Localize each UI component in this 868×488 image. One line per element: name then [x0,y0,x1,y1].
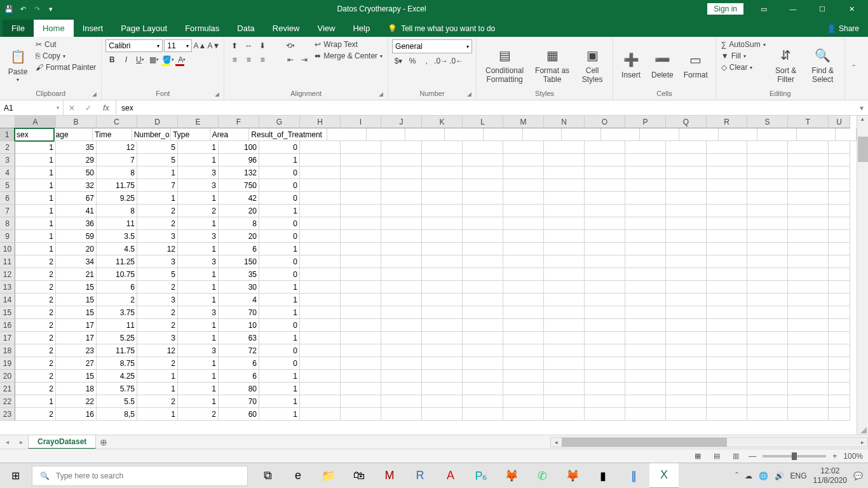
cell[interactable] [601,128,641,141]
cell[interactable] [666,205,707,217]
cell[interactable]: 8 [97,205,137,217]
normal-view-icon[interactable]: ▦ [691,451,704,461]
cell[interactable] [829,370,850,383]
cell[interactable]: 12 [137,243,178,255]
cell[interactable] [747,154,788,166]
cell[interactable]: 2 [137,306,178,319]
cell[interactable] [544,395,585,408]
onedrive-icon[interactable]: ☁ [745,471,752,480]
cell[interactable] [829,243,850,255]
cell[interactable] [788,192,829,205]
cell[interactable]: 3 [137,230,178,243]
cell[interactable]: 0 [259,166,300,179]
cell[interactable] [625,370,666,383]
cell[interactable]: 1 [178,154,219,166]
cell[interactable] [707,230,747,243]
cell[interactable] [544,217,585,230]
tray-expand-icon[interactable]: ˆ [736,471,738,480]
cell[interactable] [666,243,707,255]
grow-font-icon[interactable]: A▲ [193,39,206,52]
name-box[interactable]: A1▾ [0,100,64,115]
format-cells-button[interactable]: ▭Format [680,39,712,90]
cell[interactable] [707,255,747,268]
app-icon-1[interactable]: ▮ [588,463,618,489]
cell[interactable] [585,166,625,179]
fill-color-button[interactable]: 🪣▾ [161,53,174,66]
cell[interactable]: 132 [219,166,259,179]
cell[interactable] [503,268,544,281]
cell[interactable] [503,281,544,294]
cell[interactable] [341,255,381,268]
row-header[interactable]: 7 [0,205,15,217]
cell[interactable] [585,306,625,319]
cell[interactable] [300,408,341,421]
cell[interactable]: 10 [219,319,259,332]
cell[interactable]: 3 [178,179,219,192]
zoom-level[interactable]: 100% [843,452,863,461]
cell[interactable] [747,344,788,357]
cell[interactable]: 2 [15,383,56,395]
cell[interactable] [666,395,707,408]
row-header[interactable]: 4 [0,166,15,179]
cell[interactable]: 2 [15,281,56,294]
cell[interactable] [788,141,829,154]
language-indicator[interactable]: ENG [790,471,807,480]
cell[interactable]: Number_o [132,128,172,141]
cell[interactable]: 2 [15,306,56,319]
cell[interactable] [625,230,666,243]
cancel-icon[interactable]: ✕ [64,104,80,112]
row-header[interactable]: 3 [0,154,15,166]
tab-page-layout[interactable]: Page Layout [112,20,176,37]
vscroll-thumb[interactable] [858,137,868,162]
cell[interactable] [463,192,503,205]
cell[interactable]: 0 [259,192,300,205]
font-size-select[interactable]: 11▾ [164,39,192,52]
cell[interactable] [829,230,850,243]
cell[interactable]: 32 [56,179,97,192]
cell[interactable] [463,319,503,332]
cell[interactable] [463,205,503,217]
cell[interactable] [381,243,422,255]
cell[interactable] [747,230,788,243]
cell[interactable] [503,332,544,344]
cell[interactable]: 8 [97,166,137,179]
cell[interactable] [503,230,544,243]
cell[interactable]: Result_of_Treatment [249,128,327,141]
font-launcher-icon[interactable]: ◢ [215,91,222,98]
sheet-nav-first-icon[interactable]: ◂ [0,438,14,445]
row-header[interactable]: 21 [0,383,15,395]
cell[interactable] [341,294,381,306]
cell[interactable] [381,179,422,192]
cell[interactable] [341,230,381,243]
cell[interactable]: 1 [137,383,178,395]
cell[interactable] [829,255,850,268]
cell[interactable] [300,255,341,268]
cell[interactable]: 50 [56,166,97,179]
taskbar-search[interactable]: 🔍 Type here to search [32,466,248,486]
mendeley-icon[interactable]: M [375,463,404,489]
column-header-U[interactable]: U [829,116,850,128]
collapse-ribbon-icon[interactable]: ˆ [845,37,863,100]
zoom-out-button[interactable]: — [749,452,756,461]
cell[interactable] [707,179,747,192]
bold-button[interactable]: B [105,53,118,66]
cell[interactable] [585,255,625,268]
cell[interactable] [341,281,381,294]
row-header[interactable]: 20 [0,370,15,383]
cell[interactable] [544,268,585,281]
cell[interactable] [544,141,585,154]
accounting-icon[interactable]: $▾ [392,55,405,67]
cell[interactable]: 0 [259,255,300,268]
cell[interactable] [585,217,625,230]
cell[interactable] [625,192,666,205]
cell[interactable]: 6 [219,370,259,383]
cell[interactable]: 35 [219,268,259,281]
cell[interactable] [341,370,381,383]
cell[interactable]: 3 [137,255,178,268]
cell[interactable] [707,332,747,344]
cell[interactable]: 20 [56,243,97,255]
cell[interactable] [625,294,666,306]
enter-icon[interactable]: ✓ [80,104,97,112]
cell[interactable]: 0 [259,344,300,357]
cell[interactable] [544,281,585,294]
